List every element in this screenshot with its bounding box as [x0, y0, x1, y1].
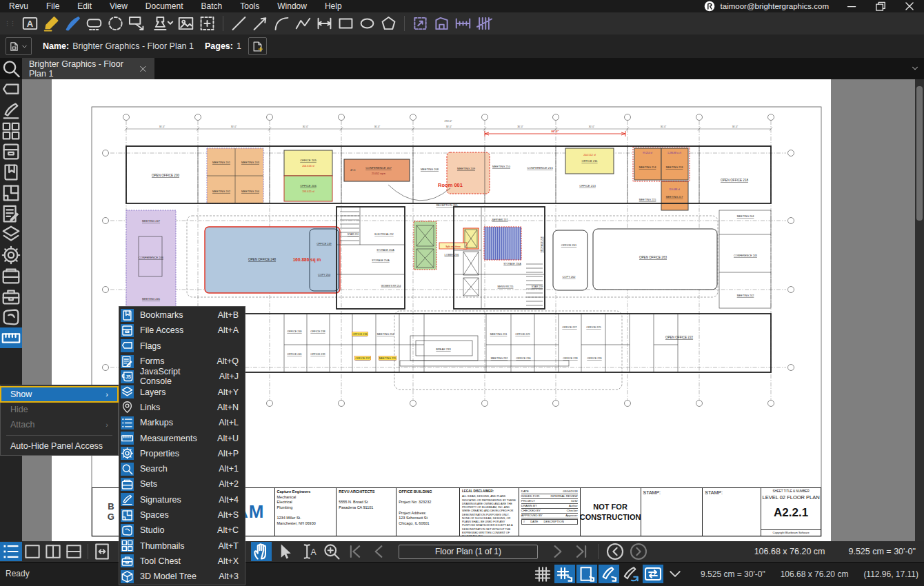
- status-scale[interactable]: 9.525 cm = 30'-0": [701, 569, 765, 579]
- menu-batch[interactable]: Batch: [192, 1, 232, 11]
- submenu-item-measurements[interactable]: MeasurementsAlt+U: [119, 430, 245, 445]
- room-region[interactable]: [126, 210, 176, 308]
- markup-list-button[interactable]: [0, 542, 22, 561]
- context-menu-item-auto-hide-panel-access[interactable]: Auto-Hide Panel Access: [1, 438, 118, 454]
- close-button[interactable]: [895, 0, 924, 12]
- grid-toggle[interactable]: [532, 565, 553, 583]
- sidebar-panel-flag-icon[interactable]: [0, 79, 22, 100]
- cutout-measurement-tool-icon[interactable]: [432, 14, 451, 32]
- previous-view-button[interactable]: [605, 542, 625, 561]
- menu-document[interactable]: Document: [137, 1, 192, 11]
- submenu-item-sets[interactable]: SetsAlt+2: [119, 476, 245, 492]
- snap-grid-toggle[interactable]: [554, 565, 575, 583]
- snapshot-tool-icon[interactable]: [198, 14, 217, 32]
- sidebar-panel-studio-icon[interactable]: [0, 307, 22, 327]
- submenu-item-thumbnails[interactable]: ThumbnailsAlt+T: [119, 538, 245, 553]
- markup-rotate-toggle[interactable]: [621, 565, 641, 583]
- pane-single-button[interactable]: [22, 542, 43, 561]
- submenu-item-flags[interactable]: Flags: [119, 339, 245, 354]
- sidebar-panel-signature-icon[interactable]: [0, 100, 22, 121]
- room-region[interactable]: [593, 229, 717, 290]
- highlighter-tool-icon[interactable]: [42, 14, 61, 32]
- sidebar-panel-measurements-icon[interactable]: [0, 327, 22, 348]
- submenu-item-studio[interactable]: StudioAlt+C: [119, 523, 245, 538]
- ellipse-tool-icon[interactable]: [358, 14, 376, 32]
- first-page-button[interactable]: [345, 542, 365, 561]
- menu-file[interactable]: File: [37, 1, 68, 11]
- hand-tool-button[interactable]: [251, 542, 272, 561]
- submenu-item-signatures[interactable]: SignaturesAlt+4: [119, 492, 245, 507]
- context-menu-item-show[interactable]: Show›: [1, 387, 118, 402]
- fit-document-button[interactable]: [92, 542, 112, 561]
- last-page-button[interactable]: [571, 542, 592, 561]
- toolbar-grip[interactable]: ⋮⋮: [4, 20, 15, 27]
- menu-window[interactable]: Window: [268, 1, 316, 11]
- pane-split-vertical-button[interactable]: [43, 542, 63, 561]
- sidebar-panel-sets-icon[interactable]: [0, 265, 22, 286]
- room-region[interactable]: [284, 150, 332, 176]
- submenu-item-search[interactable]: SearchAlt+1: [119, 461, 245, 476]
- rectangle-tool-icon[interactable]: [337, 14, 355, 32]
- vertical-scrollbar[interactable]: [915, 79, 924, 541]
- text-box-tool-icon[interactable]: A: [21, 14, 39, 32]
- pane-split-horizontal-button[interactable]: [63, 542, 84, 561]
- eraser-tool-icon[interactable]: [85, 14, 103, 32]
- room-region[interactable]: [484, 227, 521, 260]
- room-region[interactable]: [284, 176, 332, 201]
- menu-view[interactable]: View: [101, 1, 137, 11]
- submenu-item-layers[interactable]: LayersAlt+Y: [119, 384, 245, 399]
- zoom-plus-tool-button[interactable]: [321, 542, 342, 561]
- sidebar-panel-spaces-icon[interactable]: [0, 183, 22, 203]
- select-text-tool-button[interactable]: A: [298, 542, 319, 561]
- submenu-item-3d-model-tree[interactable]: 3D Model TreeAlt+3: [119, 569, 245, 584]
- insert-pages-button[interactable]: [248, 37, 267, 55]
- chevron-down-toggle[interactable]: [665, 565, 685, 583]
- document-tab[interactable]: Brighter Graphics - Floor Plan 1: [22, 58, 154, 79]
- arrow-tool-icon[interactable]: [251, 14, 270, 32]
- submenu-item-file-access[interactable]: File AccessAlt+A: [119, 323, 245, 338]
- sidebar-panel-tool-chest-icon[interactable]: [0, 286, 22, 307]
- account-email[interactable]: taimoor@brightergraphics.com: [721, 2, 829, 10]
- menu-edit[interactable]: Edit: [68, 1, 101, 11]
- restore-button[interactable]: [866, 0, 895, 12]
- callout-tool-icon[interactable]: [128, 14, 146, 32]
- previous-page-button[interactable]: [368, 542, 389, 561]
- submenu-item-markups[interactable]: MarkupsAlt+L: [119, 415, 245, 430]
- snap-document-toggle[interactable]: [576, 565, 597, 583]
- polygon-tool-icon[interactable]: [379, 14, 398, 32]
- sidebar-panel-properties-icon[interactable]: [0, 245, 22, 265]
- sidebar-panel-layers-icon[interactable]: [0, 224, 22, 245]
- tab-list-chevron-icon[interactable]: [910, 63, 920, 73]
- count-measurement-tool-icon[interactable]: [475, 14, 494, 32]
- sidebar-panel-file-access-icon[interactable]: [0, 141, 22, 162]
- tab-close-icon[interactable]: [139, 64, 148, 74]
- next-view-button[interactable]: [628, 542, 649, 561]
- minimize-button[interactable]: [837, 0, 866, 12]
- sidebar-panel-forms-icon[interactable]: [0, 203, 22, 224]
- sidebar-panel-bookmarks-icon[interactable]: [0, 162, 22, 183]
- save-document-button[interactable]: [6, 37, 32, 55]
- page-field[interactable]: Floor Plan (1 of 1): [399, 545, 538, 559]
- stamp-tool-icon[interactable]: [149, 14, 174, 32]
- line-tool-icon[interactable]: [230, 14, 248, 32]
- room-region[interactable]: [553, 230, 587, 290]
- submenu-item-links[interactable]: LinksAlt+N: [119, 400, 245, 415]
- cloud-tool-icon[interactable]: [106, 14, 125, 32]
- submenu-item-bookmarks[interactable]: BookmarksAlt+B: [119, 307, 245, 323]
- snap-markup-toggle[interactable]: [599, 565, 619, 583]
- next-page-button[interactable]: [548, 542, 568, 561]
- length-measurement-tool-icon[interactable]: [454, 14, 472, 32]
- submenu-item-tool-chest[interactable]: Tool ChestAlt+X: [119, 554, 245, 569]
- submenu-item-properties[interactable]: PropertiesAlt+P: [119, 446, 245, 461]
- select-arrow-tool-button[interactable]: [274, 542, 295, 561]
- menu-revu[interactable]: Revu: [0, 1, 37, 11]
- menu-help[interactable]: Help: [316, 1, 351, 11]
- submenu-item-spaces[interactable]: SpacesAlt+S: [119, 507, 245, 523]
- pen-tool-icon[interactable]: [63, 14, 82, 32]
- menu-tools[interactable]: Tools: [231, 1, 268, 11]
- scrollbar-thumb[interactable]: [916, 86, 923, 221]
- search-panel-button[interactable]: [0, 58, 22, 79]
- sidebar-panel-thumbnails-icon[interactable]: [0, 121, 22, 141]
- area-measurement-tool-icon[interactable]: [411, 14, 430, 32]
- polyline-tool-icon[interactable]: [294, 14, 312, 32]
